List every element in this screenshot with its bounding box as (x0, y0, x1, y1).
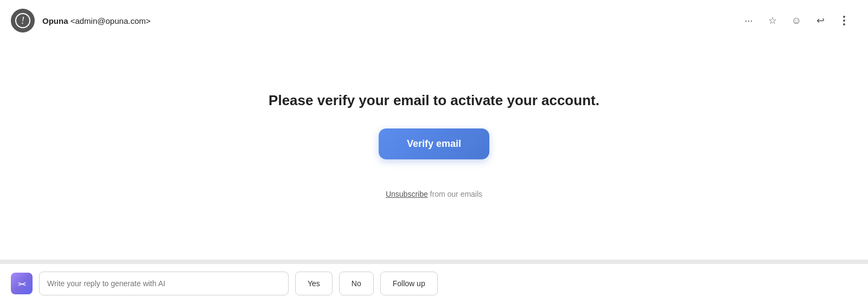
follow-up-button[interactable]: Follow up (380, 272, 438, 295)
email-body: Please verify your email to activate you… (0, 41, 868, 260)
avatar-icon: ! (15, 13, 30, 28)
verify-email-button[interactable]: Verify email (379, 128, 489, 159)
yes-button[interactable]: Yes (295, 272, 333, 295)
unsubscribe-suffix: from our emails (428, 190, 482, 198)
email-title: Please verify your email to activate you… (269, 92, 599, 109)
email-container: ! Opuna <admin@opuna.com> ··· ☆ ☺ ↩ (0, 0, 868, 303)
ai-icon-symbol: >< (18, 280, 25, 288)
unsubscribe-area: Unsubscribe from our emails (386, 190, 482, 198)
ai-icon: >< (11, 273, 33, 294)
more-options-button[interactable] (833, 10, 855, 31)
three-dot-icon (843, 16, 845, 25)
sender-name: Opuna <admin@opuna.com> (42, 16, 151, 25)
reply-input[interactable] (39, 272, 289, 295)
emoji-icon: ☺ (792, 15, 801, 27)
reply-bar: >< Yes No Follow up (0, 264, 868, 303)
sender-email: <admin@opuna.com> (71, 16, 151, 25)
header-actions: ··· ☆ ☺ ↩ (738, 10, 855, 31)
dots-button[interactable]: ··· (738, 10, 760, 31)
star-button[interactable]: ☆ (762, 10, 783, 31)
sender-name-bold: Opuna (42, 16, 68, 25)
reply-header-button[interactable]: ↩ (809, 10, 831, 31)
reply-icon: ↩ (816, 15, 825, 27)
email-header: ! Opuna <admin@opuna.com> ··· ☆ ☺ ↩ (0, 0, 868, 41)
divider (0, 260, 868, 264)
avatar: ! (11, 9, 35, 33)
emoji-button[interactable]: ☺ (786, 10, 807, 31)
dots-icon: ··· (744, 15, 752, 27)
no-button[interactable]: No (339, 272, 374, 295)
sender-area: ! Opuna <admin@opuna.com> (11, 9, 151, 33)
star-icon: ☆ (768, 15, 777, 27)
unsubscribe-link[interactable]: Unsubscribe (386, 190, 428, 198)
